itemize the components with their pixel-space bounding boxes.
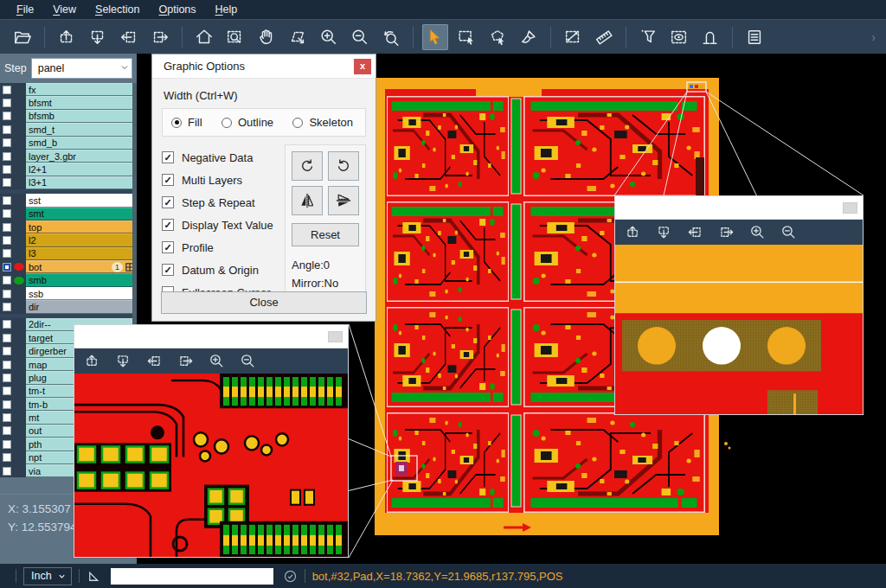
layer-row-l3[interactable]: l3 xyxy=(0,247,137,260)
net-probe-button[interactable] xyxy=(697,24,723,50)
checkbox-datum-origin[interactable]: ✓Datum & Origin xyxy=(162,259,285,281)
zoom-window-button[interactable] xyxy=(222,24,248,50)
pan-left-button[interactable] xyxy=(116,24,142,50)
menu-selection[interactable]: Selection xyxy=(86,0,149,19)
pan-up-button[interactable] xyxy=(84,353,100,369)
popup-zoom-view[interactable] xyxy=(74,374,348,557)
units-select[interactable]: Inch xyxy=(23,567,72,585)
select-polygon-button[interactable] xyxy=(485,24,510,50)
pan-left-button[interactable] xyxy=(146,353,163,369)
pan-right-button[interactable] xyxy=(147,24,173,50)
layer-visibility-checkbox[interactable] xyxy=(3,347,11,355)
layer-visibility-checkbox[interactable] xyxy=(3,138,11,147)
zoom-in-button[interactable] xyxy=(316,24,342,50)
layer-visibility-checkbox[interactable] xyxy=(3,99,11,107)
checkbox-profile[interactable]: ✓Profile xyxy=(162,236,285,259)
menu-help[interactable]: Help xyxy=(206,0,247,19)
layer-visibility-checkbox[interactable] xyxy=(3,453,11,462)
pan-down-button[interactable] xyxy=(115,353,132,369)
layer-visibility-checkbox[interactable] xyxy=(3,86,11,94)
pan-up-button[interactable] xyxy=(54,24,80,50)
layer-row-sst[interactable]: sst xyxy=(0,194,137,207)
layer-visibility-checkbox[interactable] xyxy=(3,467,11,476)
select-arrow-button[interactable] xyxy=(422,24,448,50)
layer-visibility-checkbox[interactable] xyxy=(3,413,11,422)
command-input[interactable] xyxy=(111,568,273,585)
rotate-ccw-button[interactable] xyxy=(328,151,359,181)
layer-visibility-checkbox[interactable] xyxy=(3,112,11,120)
layer-row-ssb[interactable]: ssb xyxy=(0,287,137,300)
pan-hand-button[interactable] xyxy=(254,24,279,50)
layer-visibility-checkbox[interactable] xyxy=(3,374,11,382)
layer-row-bot[interactable]: bot1 xyxy=(0,260,137,273)
rotate-cw-button[interactable] xyxy=(292,151,323,181)
pan-up-button[interactable] xyxy=(625,224,641,240)
layer-row-top[interactable]: top xyxy=(0,220,137,233)
layer-row-layer_3.gbr[interactable]: layer_3.gbr xyxy=(0,150,137,163)
menu-options[interactable]: Options xyxy=(149,0,205,19)
layer-visibility-checkbox[interactable] xyxy=(3,320,11,329)
layer-row-smd_b[interactable]: smd_b xyxy=(0,137,137,150)
pan-right-button[interactable] xyxy=(177,353,194,369)
zoom-out-button[interactable] xyxy=(347,24,373,50)
layer-visibility-checkbox[interactable] xyxy=(3,290,11,298)
layer-visibility-checkbox[interactable] xyxy=(3,196,11,205)
measure-line-button[interactable] xyxy=(560,24,586,50)
checkbox-step-repeat[interactable]: ✓Step & Repeat xyxy=(162,191,285,214)
ruler-button[interactable] xyxy=(591,24,617,50)
zoom-in-button[interactable] xyxy=(209,353,225,369)
layer-row-bfsmb[interactable]: bfsmb xyxy=(0,110,137,123)
layer-visibility-checkbox[interactable] xyxy=(3,400,11,409)
layer-visibility-checkbox[interactable] xyxy=(3,387,11,395)
layer-visibility-checkbox[interactable] xyxy=(3,165,11,174)
zoom-in-button[interactable] xyxy=(749,224,766,240)
open-file-button[interactable] xyxy=(10,24,35,50)
pan-down-button[interactable] xyxy=(656,224,672,240)
layer-visibility-checkbox[interactable] xyxy=(3,125,11,134)
layer-visibility-checkbox[interactable] xyxy=(3,334,11,342)
menu-file[interactable]: File xyxy=(7,0,43,19)
layer-row-bfsmt[interactable]: bfsmt xyxy=(0,96,137,109)
layer-visibility-checkbox[interactable] xyxy=(3,263,11,272)
radio-skeleton[interactable]: Skeleton xyxy=(292,116,353,129)
dialog-title-bar[interactable]: Graphic Options xyxy=(152,54,376,79)
window-button-icon[interactable] xyxy=(328,331,343,342)
layer-visibility-checkbox[interactable] xyxy=(3,361,11,369)
toolbar-overflow-chevron[interactable]: › xyxy=(871,30,879,44)
pan-view-button[interactable] xyxy=(285,24,311,50)
close-button[interactable]: Close xyxy=(161,291,367,314)
popup-title-bar[interactable] xyxy=(615,196,863,220)
snap-corner-icon[interactable] xyxy=(87,568,102,584)
home-view-button[interactable] xyxy=(191,24,217,50)
pan-down-button[interactable] xyxy=(85,24,111,50)
window-button-icon[interactable] xyxy=(843,202,857,214)
layer-visibility-checkbox[interactable] xyxy=(3,178,11,187)
brush-button[interactable] xyxy=(516,24,542,50)
layer-row-l2+1[interactable]: l2+1 xyxy=(0,163,137,176)
layer-row-smb[interactable]: smb xyxy=(0,273,137,286)
layer-visibility-checkbox[interactable] xyxy=(3,236,11,245)
layer-table-button[interactable] xyxy=(742,24,767,50)
step-select[interactable]: panel xyxy=(31,58,132,79)
mirror-vertical-button[interactable] xyxy=(328,186,359,215)
checkbox-negative-data[interactable]: ✓Negative Data xyxy=(162,146,285,169)
layer-row-l3+1[interactable]: l3+1 xyxy=(0,176,137,189)
layer-row-fx[interactable]: fx xyxy=(0,83,137,96)
layer-visibility-checkbox[interactable] xyxy=(3,303,11,311)
layer-visibility-checkbox[interactable] xyxy=(3,223,11,232)
reset-button[interactable]: Reset xyxy=(292,223,359,246)
checkbox-display-text-value[interactable]: ✓Display Text Value xyxy=(162,214,285,236)
layer-visibility-checkbox[interactable] xyxy=(3,426,11,435)
layer-visibility-checkbox[interactable] xyxy=(3,152,11,161)
close-icon[interactable]: x xyxy=(354,59,371,74)
layer-row-l2[interactable]: l2 xyxy=(0,233,137,246)
filter-button[interactable] xyxy=(635,24,661,50)
popup-title-bar[interactable] xyxy=(74,325,348,348)
zoom-out-button[interactable] xyxy=(780,224,797,240)
layer-visibility-checkbox[interactable] xyxy=(3,276,11,284)
checkbox-multi-layers[interactable]: ✓Multi Layers xyxy=(162,169,285,191)
popup-zoom-view[interactable] xyxy=(615,245,863,414)
layer-row-smt[interactable]: smt xyxy=(0,208,137,220)
menu-view[interactable]: View xyxy=(43,0,86,19)
layer-row-smd_t[interactable]: smd_t xyxy=(0,123,137,136)
